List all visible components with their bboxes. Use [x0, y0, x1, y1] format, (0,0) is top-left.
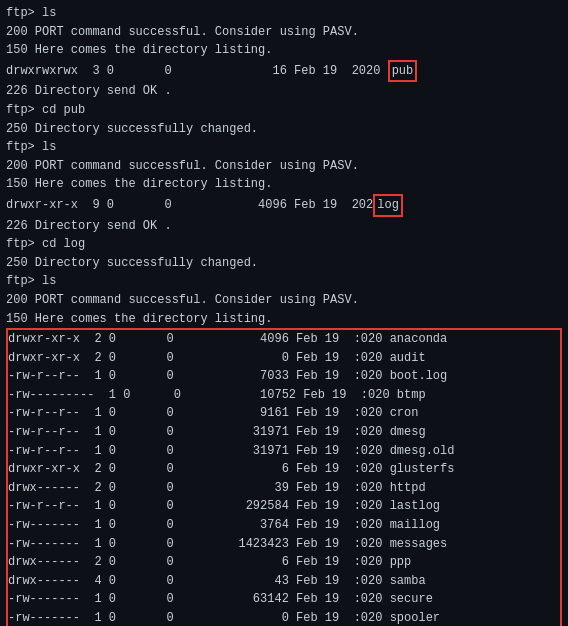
line-11: drwxr-xr-x 9 0 0 4096 Feb 19 202log: [6, 194, 562, 217]
line-15: ftp> ls: [6, 272, 562, 291]
line-18: drwxr-xr-x 2 0 0 4096 Feb 19 :020 anacon…: [8, 330, 560, 349]
line-17: 150 Here comes the directory listing.: [6, 310, 562, 329]
line-24: -rw-r--r-- 1 0 0 31971 Feb 19 :020 dmesg…: [8, 442, 560, 461]
line-22: -rw-r--r-- 1 0 0 9161 Feb 19 :020 cron: [8, 404, 560, 423]
terminal-window: ftp> ls 200 PORT command successful. Con…: [0, 0, 568, 626]
line-7: 250 Directory successfully changed.: [6, 120, 562, 139]
pub-highlight: pub: [388, 60, 418, 83]
line-16: 200 PORT command successful. Consider us…: [6, 291, 562, 310]
line-12: 226 Directory send OK .: [6, 217, 562, 236]
line-25: drwxr-xr-x 2 0 0 6 Feb 19 :020 glusterfs: [8, 460, 560, 479]
line-14: 250 Directory successfully changed.: [6, 254, 562, 273]
line-13: ftp> cd log: [6, 235, 562, 254]
line-10: 150 Here comes the directory listing.: [6, 175, 562, 194]
directory-listing-box: drwxr-xr-x 2 0 0 4096 Feb 19 :020 anacon…: [6, 328, 562, 626]
line-33: -rw------- 1 0 0 0 Feb 19 :020 spooler: [8, 609, 560, 626]
line-2: 200 PORT command successful. Consider us…: [6, 23, 562, 42]
line-1-text: ftp> ls: [6, 6, 56, 20]
line-21: -rw--------- 1 0 0 10752 Feb 19 :020 btm…: [8, 386, 560, 405]
line-1: ftp> ls: [6, 4, 562, 23]
line-28: -rw------- 1 0 0 3764 Feb 19 :020 maillo…: [8, 516, 560, 535]
line-6: ftp> cd pub: [6, 101, 562, 120]
log-highlight: log: [373, 194, 403, 217]
line-20: -rw-r--r-- 1 0 0 7033 Feb 19 :020 boot.l…: [8, 367, 560, 386]
line-26: drwx------ 2 0 0 39 Feb 19 :020 httpd: [8, 479, 560, 498]
line-2-text: 200 PORT command successful. Consider us…: [6, 25, 359, 39]
line-19: drwxr-xr-x 2 0 0 0 Feb 19 :020 audit: [8, 349, 560, 368]
line-5: 226 Directory send OK .: [6, 82, 562, 101]
line-31: drwx------ 4 0 0 43 Feb 19 :020 samba: [8, 572, 560, 591]
line-9: 200 PORT command successful. Consider us…: [6, 157, 562, 176]
line-4: drwxrwxrwx 3 0 0 16 Feb 19 2020 pub: [6, 60, 562, 83]
line-30: drwx------ 2 0 0 6 Feb 19 :020 ppp: [8, 553, 560, 572]
line-27: -rw-r--r-- 1 0 0 292584 Feb 19 :020 last…: [8, 497, 560, 516]
line-8: ftp> ls: [6, 138, 562, 157]
line-3: 150 Here comes the directory listing.: [6, 41, 562, 60]
line-23: -rw-r--r-- 1 0 0 31971 Feb 19 :020 dmesg: [8, 423, 560, 442]
line-32: -rw------- 1 0 0 63142 Feb 19 :020 secur…: [8, 590, 560, 609]
line-29: -rw------- 1 0 0 1423423 Feb 19 :020 mes…: [8, 535, 560, 554]
